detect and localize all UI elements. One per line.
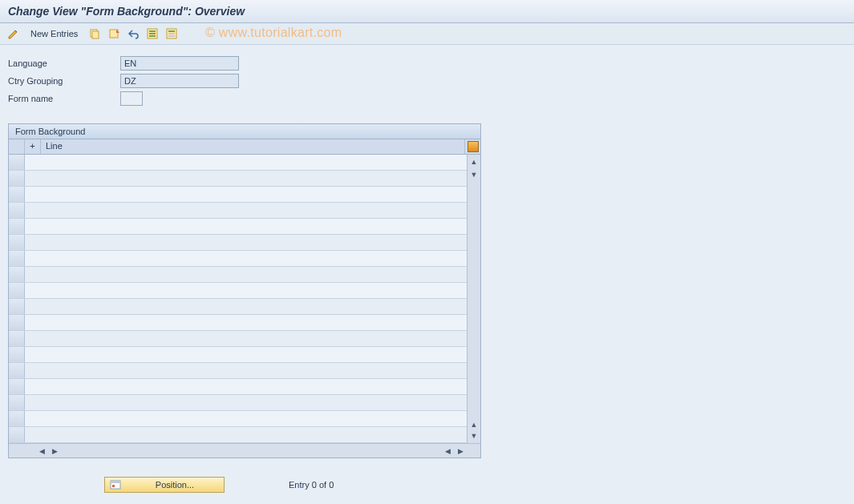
svg-rect-1 <box>92 31 99 38</box>
table-row[interactable] <box>9 347 467 363</box>
column-line[interactable]: Line <box>41 139 464 154</box>
table-title: Form Background <box>9 124 480 139</box>
table-header: + Line <box>9 139 480 155</box>
svg-rect-10 <box>168 35 175 37</box>
row-line-cell[interactable] <box>25 251 467 266</box>
row-line-cell[interactable] <box>25 299 467 314</box>
configure-columns-icon[interactable] <box>464 139 480 154</box>
table-row[interactable] <box>9 155 467 171</box>
row-selector[interactable] <box>9 395 25 410</box>
language-label: Language <box>8 58 120 68</box>
row-selector[interactable] <box>9 427 25 442</box>
scroll-right-icon[interactable]: ▶ <box>49 446 60 457</box>
page-title: Change View "Form Background": Overview <box>0 0 854 23</box>
row-selector[interactable] <box>9 331 25 346</box>
scroll-left-icon[interactable]: ◀ <box>36 446 47 457</box>
row-line-cell[interactable] <box>25 155 467 170</box>
row-selector[interactable] <box>9 363 25 378</box>
table-row[interactable] <box>9 203 467 219</box>
row-line-cell[interactable] <box>25 347 467 362</box>
row-selector[interactable] <box>9 411 25 426</box>
position-icon <box>108 479 123 490</box>
horizontal-scrollbar[interactable]: ◀ ▶ ◀ ▶ <box>9 443 480 458</box>
row-line-cell[interactable] <box>25 283 467 298</box>
table-row[interactable] <box>9 315 467 331</box>
row-line-cell[interactable] <box>25 219 467 234</box>
row-selector[interactable] <box>9 251 25 266</box>
row-line-cell[interactable] <box>25 203 467 218</box>
table-row[interactable] <box>9 427 467 443</box>
row-selector[interactable] <box>9 315 25 330</box>
row-line-cell[interactable] <box>25 315 467 330</box>
row-line-cell[interactable] <box>25 379 467 394</box>
scroll-down2-icon[interactable]: ▼ <box>468 430 480 442</box>
form-fields: Language Ctry Grouping Form name <box>0 45 854 115</box>
row-selector[interactable] <box>9 299 25 314</box>
table-row[interactable] <box>9 187 467 203</box>
row-selector[interactable] <box>9 219 25 234</box>
svg-rect-4 <box>149 30 156 32</box>
row-selector[interactable] <box>9 203 25 218</box>
row-selector[interactable] <box>9 379 25 394</box>
scroll-up2-icon[interactable]: ▲ <box>468 419 480 430</box>
footer: Position... Entry 0 of 0 <box>104 477 334 493</box>
row-line-cell[interactable] <box>25 427 467 442</box>
row-line-cell[interactable] <box>25 187 467 202</box>
table-row[interactable] <box>9 299 467 315</box>
form-background-table: Form Background + Line ▲ ▼ ▲ ▼ ◀ ▶ ◀ ▶ <box>8 123 481 458</box>
scroll-up-icon[interactable]: ▲ <box>468 156 480 167</box>
scroll-right2-icon[interactable]: ▶ <box>455 446 466 457</box>
entry-count: Entry 0 of 0 <box>289 480 334 490</box>
ctry-grouping-field[interactable] <box>120 74 239 88</box>
svg-rect-13 <box>112 485 115 487</box>
position-label: Position... <box>126 480 224 490</box>
select-all-icon[interactable] <box>145 26 160 41</box>
new-entries-button[interactable]: New Entries <box>26 27 83 40</box>
row-selector[interactable] <box>9 347 25 362</box>
position-button[interactable]: Position... <box>104 477 225 493</box>
row-line-cell[interactable] <box>25 411 467 426</box>
language-field[interactable] <box>120 56 239 71</box>
vertical-scrollbar[interactable]: ▲ ▼ ▲ ▼ <box>467 155 480 443</box>
deselect-all-icon[interactable] <box>164 26 179 41</box>
row-line-cell[interactable] <box>25 267 467 282</box>
row-line-cell[interactable] <box>25 363 467 378</box>
row-line-cell[interactable] <box>25 395 467 410</box>
copy-icon[interactable] <box>87 26 102 41</box>
table-row[interactable] <box>9 283 467 299</box>
table-row[interactable] <box>9 267 467 283</box>
row-line-cell[interactable] <box>25 331 467 346</box>
table-row[interactable] <box>9 379 467 395</box>
table-row[interactable] <box>9 411 467 427</box>
row-selector[interactable] <box>9 235 25 250</box>
table-row[interactable] <box>9 363 467 379</box>
column-select[interactable] <box>9 139 25 154</box>
edit-icon[interactable] <box>6 26 21 41</box>
table-row[interactable] <box>9 395 467 411</box>
svg-rect-12 <box>111 481 120 483</box>
svg-rect-9 <box>168 33 175 34</box>
ctry-grouping-label: Ctry Grouping <box>8 76 120 86</box>
row-line-cell[interactable] <box>25 235 467 250</box>
row-selector[interactable] <box>9 187 25 202</box>
row-selector[interactable] <box>9 155 25 170</box>
column-plus[interactable]: + <box>25 139 41 154</box>
row-selector[interactable] <box>9 283 25 298</box>
scroll-down-icon[interactable]: ▼ <box>468 169 480 180</box>
table-row[interactable] <box>9 235 467 251</box>
svg-rect-8 <box>168 30 175 32</box>
toolbar: New Entries <box>0 23 854 45</box>
table-row[interactable] <box>9 331 467 347</box>
svg-rect-5 <box>149 33 156 34</box>
form-name-field[interactable] <box>120 91 143 106</box>
table-row[interactable] <box>9 251 467 267</box>
row-selector[interactable] <box>9 267 25 282</box>
scroll-left2-icon[interactable]: ◀ <box>442 446 453 457</box>
row-selector[interactable] <box>9 171 25 186</box>
table-row[interactable] <box>9 219 467 235</box>
row-line-cell[interactable] <box>25 171 467 186</box>
table-row[interactable] <box>9 171 467 187</box>
undo-icon[interactable] <box>126 26 140 41</box>
delete-icon[interactable] <box>107 26 121 41</box>
svg-rect-6 <box>149 35 156 37</box>
